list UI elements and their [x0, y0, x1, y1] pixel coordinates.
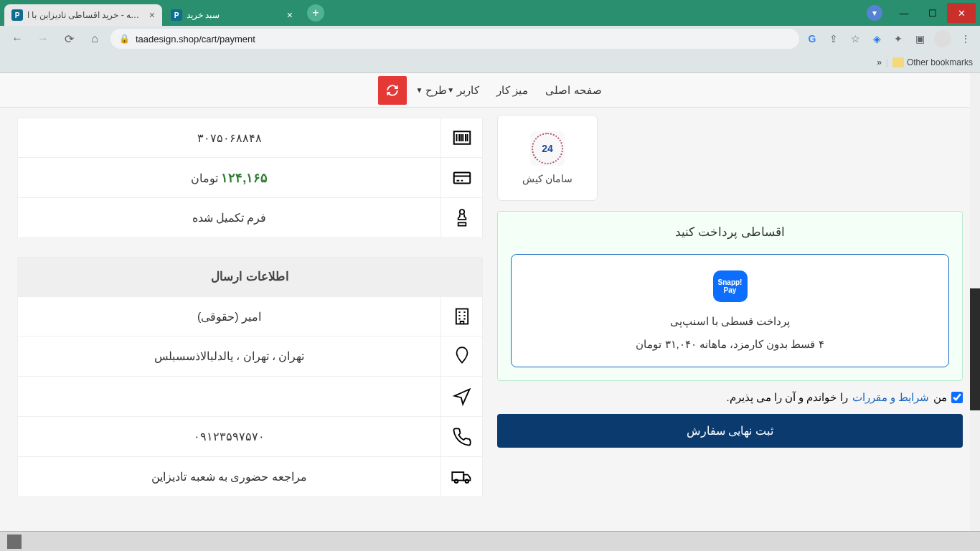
- shipping-address-row: تهران ، تهران ، یالدلبالاذسسبلس: [17, 336, 483, 377]
- app-nav: صفحه اصلی میز کار کاربر▼ طرح▼: [0, 73, 980, 108]
- building-icon: [440, 297, 482, 336]
- window-minimize-button[interactable]: —: [890, 3, 918, 23]
- terms-checkbox-row[interactable]: من شرایط و مقررات را خواندم و آن را می پ…: [497, 391, 963, 404]
- order-code-row: ۳۰۷۵۰۶۸۸۴۸: [17, 118, 483, 158]
- share-icon[interactable]: ⇪: [826, 32, 841, 46]
- installment-detail: ۴ قسط بدون کارمزد، ماهانه ۳۱,۰۴۰ تومان: [523, 338, 937, 351]
- url-text: taadesign.shop/cart/payment: [136, 34, 255, 44]
- order-price-row: ۱۲۴,۱۶۵ تومان: [17, 158, 483, 198]
- bookmarks-bar: » | Other bookmarks: [0, 52, 980, 73]
- nav-home[interactable]: صفحه اصلی: [545, 84, 601, 97]
- shipping-header: اطلاعات ارسال: [17, 257, 483, 296]
- barcode-icon: [440, 118, 482, 157]
- scrollbar-thumb[interactable]: [970, 288, 980, 410]
- window-close-button[interactable]: ✕: [947, 3, 976, 23]
- tab-title: سبد خرید: [187, 10, 283, 20]
- chrome-menu-icon[interactable]: ⋮: [958, 32, 973, 46]
- folder-icon: [892, 57, 904, 67]
- installment-title: اقساطی پرداخت کنید: [511, 225, 949, 240]
- pin-icon: [440, 336, 482, 376]
- terms-post: را خواندم و آن را می پذیرم.: [726, 391, 847, 404]
- browser-tab-strip: P ویرایش صفحه - خرید اقساطی تادیزاین با …: [0, 0, 980, 26]
- nav-desk[interactable]: میز کار: [496, 84, 528, 97]
- star-icon[interactable]: ☆: [848, 32, 862, 46]
- svg-point-2: [459, 209, 463, 214]
- side-panel-icon[interactable]: ▣: [913, 32, 927, 46]
- page-scrollbar[interactable]: [970, 73, 980, 528]
- new-tab-button[interactable]: +: [307, 4, 324, 22]
- shipping-delivery: مراجعه حضوری به شعبه تادیزاین: [18, 470, 440, 484]
- google-icon[interactable]: G: [805, 32, 819, 46]
- extensions-icon[interactable]: ✦: [891, 32, 905, 46]
- snapp-pay-logo: Snapp! Pay: [713, 270, 748, 302]
- order-form-row: فرم تکمیل شده: [17, 198, 483, 238]
- shipping-phone-row: ۰۹۱۲۳۵۹۷۵۷۰: [17, 417, 483, 457]
- gateway-name: سامان کیش: [522, 173, 573, 184]
- submit-order-button[interactable]: ثبت نهایی سفارش: [497, 414, 963, 448]
- other-bookmarks-button[interactable]: Other bookmarks: [892, 57, 973, 67]
- profile-avatar[interactable]: [934, 30, 951, 47]
- shipping-nav-row: [17, 377, 483, 417]
- nav-back-button[interactable]: ←: [7, 29, 27, 49]
- browser-address-bar: ← → ⟳ ⌂ 🔒 taadesign.shop/cart/payment G …: [0, 26, 980, 52]
- shipping-delivery-row: مراجعه حضوری به شعبه تادیزاین: [17, 457, 483, 497]
- plan-dropdown[interactable]: طرح▼: [415, 84, 447, 97]
- phone-icon: [440, 417, 482, 456]
- order-price: ۱۲۴,۱۶۵ تومان: [18, 170, 440, 186]
- svg-rect-4: [452, 472, 463, 480]
- other-bookmarks-label: Other bookmarks: [907, 57, 973, 67]
- nav-forward-button[interactable]: →: [33, 29, 53, 49]
- close-tab-icon[interactable]: ×: [287, 9, 293, 21]
- credit-card-icon: [440, 158, 482, 197]
- window-maximize-button[interactable]: ☐: [918, 3, 947, 23]
- shipping-phone: ۰۹۱۲۳۵۹۷۵۷۰: [18, 430, 440, 443]
- refresh-button[interactable]: [378, 76, 407, 105]
- tab-title: ویرایش صفحه - خرید اقساطی تادیزاین با ا: [27, 10, 145, 20]
- browser-tab[interactable]: P سبد خرید ×: [164, 4, 300, 26]
- installment-desc: پرداخت قسطی با اسنپ‌پی: [523, 315, 937, 328]
- tab-favicon: P: [11, 9, 23, 21]
- terms-link[interactable]: شرایط و مقررات: [852, 391, 929, 404]
- lock-icon: 🔒: [119, 34, 130, 44]
- tab-favicon: P: [171, 9, 182, 21]
- order-form-status: فرم تکمیل شده: [18, 211, 440, 225]
- terms-checkbox[interactable]: [951, 392, 963, 403]
- shipping-name: امیر (حقوقی): [18, 310, 440, 324]
- shipping-address: تهران ، تهران ، یالدلبالاذسسبلس: [18, 349, 440, 363]
- order-code: ۳۰۷۵۰۶۸۸۴۸: [18, 131, 440, 145]
- chevron-down-icon: ▼: [447, 86, 454, 94]
- close-tab-icon[interactable]: ×: [149, 9, 155, 21]
- terms-pre: من: [933, 391, 947, 404]
- bookmarks-overflow[interactable]: »: [877, 57, 882, 67]
- gateway-logo: 24: [530, 131, 565, 166]
- window-search-icon[interactable]: ▾: [867, 5, 882, 21]
- shield-icon[interactable]: ◈: [870, 32, 884, 46]
- url-input[interactable]: 🔒 taadesign.shop/cart/payment: [110, 29, 799, 49]
- navigation-icon: [440, 377, 482, 416]
- truck-icon: [440, 457, 482, 496]
- snapp-pay-option[interactable]: Snapp! Pay پرداخت قسطی با اسنپ‌پی ۴ قسط …: [511, 254, 949, 367]
- shipping-name-row: امیر (حقوقی): [17, 296, 483, 336]
- chevron-down-icon: ▼: [415, 86, 423, 94]
- svg-rect-1: [453, 172, 470, 183]
- browser-tab-active[interactable]: P ویرایش صفحه - خرید اقساطی تادیزاین با …: [4, 4, 162, 26]
- installment-section: اقساطی پرداخت کنید Snapp! Pay پرداخت قسط…: [497, 211, 963, 381]
- chess-piece-icon: [440, 198, 482, 237]
- nav-home-button[interactable]: ⌂: [85, 29, 105, 49]
- nav-user[interactable]: کاربر▼: [447, 84, 479, 97]
- nav-reload-button[interactable]: ⟳: [59, 29, 79, 49]
- payment-gateway-card[interactable]: 24 سامان کیش: [497, 115, 598, 201]
